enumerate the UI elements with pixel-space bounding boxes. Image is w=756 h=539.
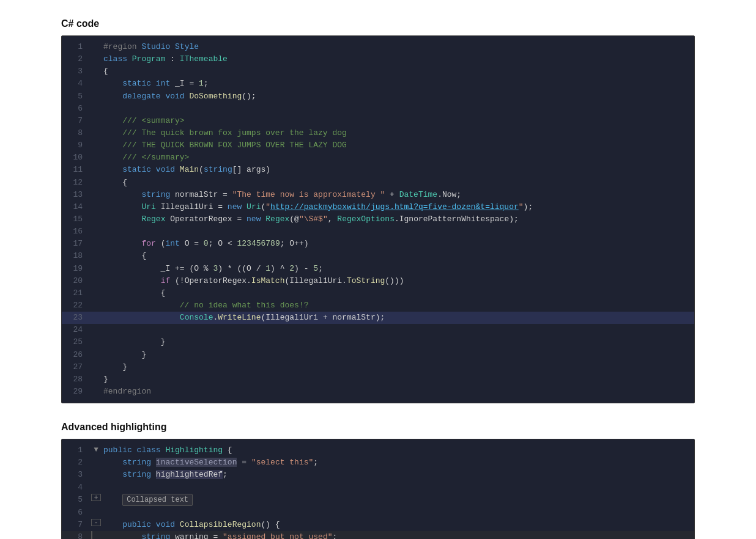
code-line-9: 9 /// THE QUICK BROWN FOX JUMPS OVER THE… [62, 139, 694, 152]
code-line-23: 23 Console.WriteLine(Illegal1Uri + norma… [62, 312, 694, 324]
adv-code-line-1: 1 ▼ public class Highlighting { [62, 444, 694, 457]
adv-code-line-7: 7 - public void CollapsibleRegion() { [62, 519, 694, 531]
code-line-18: 18 { [62, 250, 694, 262]
code-line-28: 28 } [62, 373, 694, 386]
adv-code-line-3: 3 string highlightedRef; [62, 469, 694, 481]
code-line-11: 11 static void Main(string[] args) [62, 164, 694, 176]
code-line-26: 26 } [62, 349, 694, 361]
code-line-17: 17 for (int O = 0; O < 123456789; O++) [62, 238, 694, 250]
code-line-3: 3 { [62, 65, 694, 78]
code-line-15: 15 Regex OperatorRegex = new Regex(@"\S#… [62, 213, 694, 226]
adv-code-line-5: 5 + Collapsed text [62, 494, 694, 507]
code-line-19: 19 _I += (O % 3) * ((O / 1) ^ 2) - 5; [62, 263, 694, 275]
adv-code-line-6: 6 [62, 507, 694, 519]
code-line-12: 12 { [62, 177, 694, 189]
code-line-10: 10 /// </summary> [62, 152, 694, 164]
code-line-22: 22 // no idea what this does!? [62, 299, 694, 312]
fold-toggle-1[interactable]: ▼ [91, 444, 101, 456]
code-line-6: 6 [62, 103, 694, 115]
code-line-8: 8 /// The quick brown fox jumps over the… [62, 127, 694, 139]
code-line-29: 29 #endregion [62, 386, 694, 398]
code-line-13: 13 string normalStr = "The time now is a… [62, 189, 694, 201]
adv-code-line-4: 4 [62, 482, 694, 494]
code-line-24: 24 [62, 324, 694, 336]
code-line-21: 21 { [62, 287, 694, 299]
code-line-25: 25 } [62, 336, 694, 348]
advanced-code-block: 1 ▼ public class Highlighting { 2 string… [61, 439, 695, 539]
code-line-4: 4 static int _I = 1; [62, 78, 694, 90]
csharp-code-block: 1 #region Studio Style 2 class Program :… [61, 35, 695, 403]
code-line-7: 7 /// <summary> [62, 115, 694, 127]
fold-toggle-5[interactable]: + [91, 494, 101, 501]
collapsed-text-label: Collapsed text [122, 494, 193, 507]
code-line-20: 20 if (!OperatorRegex.IsMatch(Illegal1Ur… [62, 275, 694, 287]
code-line-27: 27 } [62, 361, 694, 373]
adv-code-line-2: 2 string inactiveSelection = "select thi… [62, 457, 694, 469]
adv-code-line-8: 8 string warning = "assigned but not use… [62, 531, 694, 539]
advanced-section-title: Advanced highlighting [61, 422, 695, 433]
code-line-5: 5 delegate void DoSomething(); [62, 90, 694, 103]
code-line-2: 2 class Program : IThemeable [62, 53, 694, 65]
csharp-section-title: C# code [61, 18, 695, 29]
fold-toggle-7[interactable]: - [91, 519, 101, 526]
code-line-14: 14 Uri Illegal1Uri = new Uri("http://pac… [62, 201, 694, 213]
code-line-1: 1 #region Studio Style [62, 41, 694, 53]
code-line-16: 16 [62, 226, 694, 238]
